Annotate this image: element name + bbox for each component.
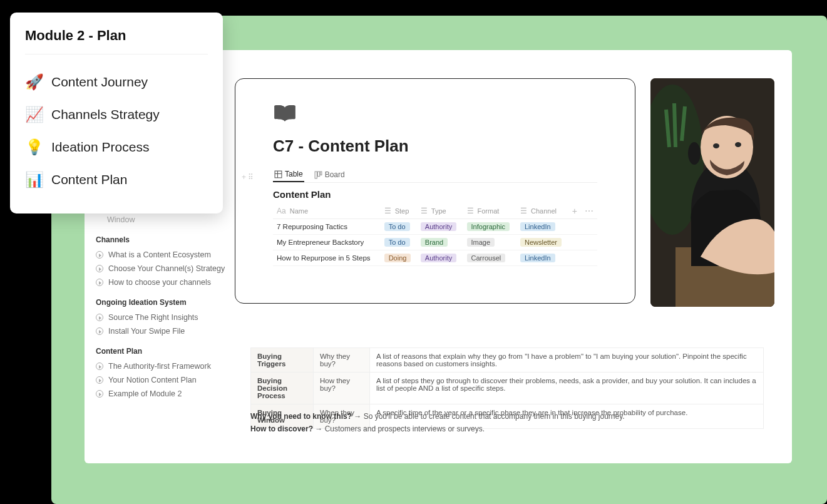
popup-item-label: Content Plan: [51, 172, 127, 187]
sidebar-item-label: Example of Module 2: [108, 389, 182, 398]
popup-item-icon: 📊: [25, 171, 43, 188]
svg-point-11: [713, 143, 719, 148]
cell-step: To do: [381, 235, 417, 250]
popup-item[interactable]: 📈Channels Strategy: [25, 98, 208, 131]
play-icon: [96, 376, 103, 384]
info-row: Buying Decision Process How they buy? A …: [251, 373, 764, 404]
col-type[interactable]: ☰Type: [417, 203, 463, 219]
info-heading: Buying Decision Process: [251, 373, 314, 404]
svg-rect-0: [275, 171, 282, 178]
popup-item-label: Content Journey: [51, 75, 148, 90]
lesson-sidebar: Window ChannelsWhat is a Content Ecosyst…: [96, 213, 234, 401]
info-question: How they buy?: [314, 373, 370, 404]
popup-item[interactable]: 🚀Content Journey: [25, 66, 208, 98]
table-icon: [274, 170, 282, 178]
why-line-2: How to discover? → Customers and prospec…: [250, 424, 485, 433]
sidebar-item[interactable]: Choose Your Channel(s) Strategy: [96, 262, 234, 275]
popup-item-label: Channels Strategy: [51, 107, 160, 122]
cell-step: To do: [381, 219, 417, 235]
cell-channel: LinkedIn: [516, 250, 568, 266]
module-popup: Module 2 - Plan 🚀Content Journey📈Channel…: [10, 13, 223, 213]
card-title: C7 - Content Plan: [273, 136, 597, 156]
sidebar-group-title: Channels: [96, 235, 234, 244]
cell-format: Image: [463, 235, 516, 250]
play-icon: [96, 251, 103, 259]
sidebar-group-title: Content Plan: [96, 347, 234, 356]
popup-item-icon: 🚀: [25, 73, 43, 91]
view-tabs: Table Board: [273, 167, 597, 183]
cell-channel: Newsletter: [516, 235, 568, 250]
play-icon: [96, 390, 103, 398]
sidebar-item[interactable]: How to choose your channels: [96, 275, 234, 289]
popup-item-icon: 📈: [25, 106, 43, 123]
col-step[interactable]: ☰Step: [381, 203, 417, 219]
sidebar-item[interactable]: Your Notion Content Plan: [96, 373, 234, 387]
svg-point-12: [735, 142, 741, 147]
why-line-1: Why you need to know this? → So you'll b…: [250, 412, 625, 421]
cell-name: How to Repurpose in 5 Steps: [273, 250, 381, 266]
sidebar-item[interactable]: Install Your Swipe File: [96, 324, 234, 338]
popup-item[interactable]: 📊Content Plan: [25, 163, 208, 196]
info-row: Buying Triggers Why they buy? A list of …: [251, 348, 764, 373]
info-heading: Buying Triggers: [251, 348, 314, 373]
col-name[interactable]: AaName: [273, 203, 381, 219]
info-desc: A list of steps they go through to disco…: [370, 373, 764, 404]
table-row[interactable]: 7 Repurposing Tactics To do Authority In…: [273, 219, 597, 235]
cell-name: 7 Repurposing Tactics: [273, 219, 381, 235]
svg-rect-3: [315, 172, 317, 178]
table-row[interactable]: My Entrepreneur Backstory To do Brand Im…: [273, 235, 597, 250]
cell-type: Brand: [417, 235, 463, 250]
sidebar-group-title: Ongoing Ideation System: [96, 298, 234, 307]
sidebar-item-label: The Authority-first Framework: [108, 362, 211, 371]
svg-point-13: [688, 142, 701, 165]
popup-item-label: Ideation Process: [51, 140, 149, 155]
sidebar-item[interactable]: What is a Content Ecosystem: [96, 248, 234, 262]
play-icon: [96, 327, 103, 335]
cell-type: Authority: [417, 250, 463, 266]
tab-board[interactable]: Board: [313, 167, 346, 182]
cell-channel: LinkedIn: [516, 219, 568, 235]
tab-label: Board: [325, 170, 345, 179]
popup-item-icon: 💡: [25, 138, 43, 156]
cell-format: Infographic: [463, 219, 516, 235]
cell-type: Authority: [417, 219, 463, 235]
cell-step: Doing: [381, 250, 417, 266]
cell-name: My Entrepreneur Backstory: [273, 235, 381, 250]
add-column[interactable]: +: [568, 203, 581, 219]
sidebar-item[interactable]: Source The Right Insights: [96, 311, 234, 324]
content-plan-table: AaName ☰Step ☰Type ☰Format ☰Channel + ⋯ …: [273, 203, 597, 266]
sidebar-item-label: Source The Right Insights: [108, 313, 198, 322]
cell-format: Carrousel: [463, 250, 516, 266]
info-question: Why they buy?: [314, 348, 370, 373]
play-icon: [96, 363, 103, 370]
tab-label: Table: [285, 170, 303, 178]
svg-rect-4: [317, 172, 319, 177]
col-menu[interactable]: ⋯: [581, 203, 597, 219]
sidebar-item-partial[interactable]: Window: [107, 213, 234, 227]
sidebar-item-label: What is a Content Ecosystem: [108, 250, 211, 259]
play-icon: [96, 265, 103, 272]
play-icon: [96, 314, 103, 321]
table-row[interactable]: How to Repurpose in 5 Steps Doing Author…: [273, 250, 597, 266]
col-format[interactable]: ☰Format: [463, 203, 516, 219]
sidebar-item-label: Install Your Swipe File: [108, 327, 185, 336]
sidebar-item-label: Window: [107, 215, 135, 224]
popup-title: Module 2 - Plan: [25, 28, 208, 54]
board-icon: [314, 171, 322, 179]
popup-item[interactable]: 💡Ideation Process: [25, 131, 208, 163]
sidebar-item-label: Your Notion Content Plan: [108, 376, 197, 384]
plan-subtitle: Content Plan: [273, 189, 597, 200]
content-plan-card: + ⠿ C7 - Content Plan Table Board Conten…: [235, 78, 635, 304]
play-icon: [96, 279, 103, 286]
video-thumbnail[interactable]: [650, 78, 774, 307]
sidebar-item-label: Choose Your Channel(s) Strategy: [108, 264, 225, 273]
col-channel[interactable]: ☰Channel: [516, 203, 568, 219]
add-block-handle[interactable]: + ⠿: [242, 173, 254, 182]
tab-table[interactable]: Table: [273, 167, 304, 182]
info-desc: A list of reasons that explain why they …: [370, 348, 764, 373]
presenter-illustration: [650, 78, 774, 307]
sidebar-item[interactable]: Example of Module 2: [96, 387, 234, 401]
sidebar-item-label: How to choose your channels: [108, 278, 211, 287]
sidebar-item[interactable]: The Authority-first Framework: [96, 359, 234, 373]
book-icon: [273, 104, 297, 123]
